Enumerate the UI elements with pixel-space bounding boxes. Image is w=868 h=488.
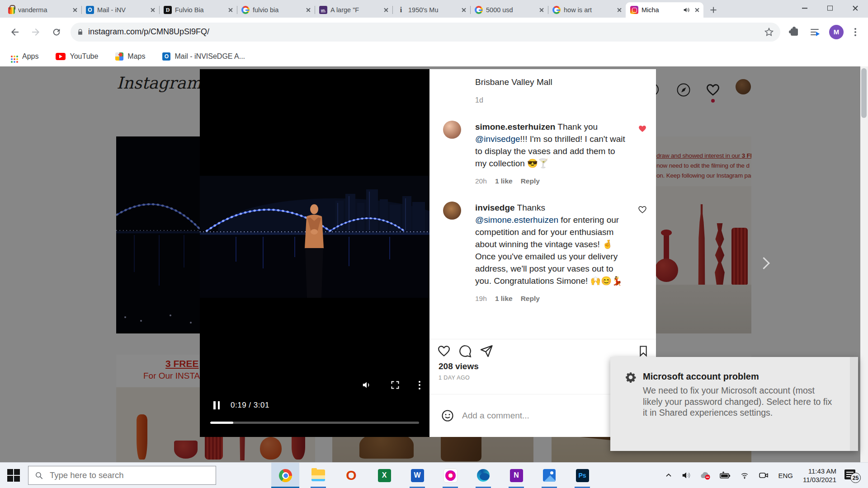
padlock-icon (77, 28, 84, 36)
tab-google-5000usd[interactable]: 5000 usd (470, 2, 548, 18)
tray-language[interactable]: ENG (778, 472, 793, 479)
page-scrollbar[interactable] (860, 66, 868, 462)
bookmark-mail[interactable]: OMail - iNVISeDGE A... (162, 52, 245, 61)
bookmark-maps[interactable]: Maps (115, 52, 145, 61)
comment-likes[interactable]: 1 like (495, 177, 513, 185)
comment-username[interactable]: simone.esterhuizen (475, 122, 555, 131)
bookmark-star-icon[interactable] (764, 27, 774, 37)
taskbar-word[interactable]: W (403, 463, 431, 488)
tray-chevron-icon[interactable] (664, 471, 673, 480)
avatar-invisedge[interactable] (443, 202, 461, 220)
taskbar-photoshop[interactable]: Ps (568, 463, 596, 488)
taskbar-onenote[interactable]: N (502, 463, 530, 488)
tab-close-icon[interactable] (304, 6, 312, 14)
comment-like-heart-filled[interactable] (638, 124, 647, 133)
tray-meetnow-icon[interactable] (758, 471, 769, 480)
profile-avatar[interactable]: M (829, 25, 844, 39)
tray-battery-icon[interactable] (719, 471, 731, 480)
avatar-simone[interactable] (443, 121, 461, 139)
tray-volume-icon[interactable] (681, 470, 691, 480)
tab-google-howisart[interactable]: how is art (548, 2, 626, 18)
start-button[interactable] (7, 469, 20, 482)
taskbar-excel[interactable]: X (370, 463, 398, 488)
comment-reply-button[interactable]: Reply (521, 177, 540, 185)
browser-menu-icon[interactable] (851, 24, 860, 40)
tab-close-icon[interactable] (538, 6, 545, 14)
caption-age: 1d (475, 96, 656, 104)
volume-icon[interactable] (362, 380, 372, 390)
taskbar-itunes[interactable]: ♪ (436, 463, 464, 488)
mention-link[interactable]: @simone.esterhuizen (475, 215, 558, 225)
tab-instagram-active[interactable]: Micha (626, 2, 703, 18)
tab-close-icon[interactable] (71, 6, 79, 14)
extensions-puzzle-icon[interactable] (787, 24, 802, 40)
pause-button[interactable] (213, 401, 221, 409)
comment-like-heart-outline[interactable] (638, 205, 647, 214)
tab-mail[interactable]: O Mail - iNV (81, 2, 159, 18)
taskbar-office[interactable]: O (337, 463, 365, 488)
forward-button[interactable] (28, 24, 43, 40)
tray-onedrive-icon[interactable] (699, 470, 711, 480)
share-plane-icon[interactable] (480, 344, 493, 358)
taskbar-edge[interactable] (469, 463, 497, 488)
bookmark-apps[interactable]: Apps (10, 52, 38, 61)
save-bookmark-icon[interactable] (637, 344, 650, 358)
apps-grid-icon (11, 56, 13, 57)
taskbar-chrome[interactable] (271, 463, 299, 488)
tab-fulvio-bianconi[interactable]: D Fulvio Bia (159, 2, 237, 18)
tab-audio-icon[interactable] (683, 6, 690, 14)
back-button[interactable] (7, 24, 23, 40)
notification-body[interactable]: We need to fix your Microsoft account (m… (643, 385, 835, 418)
tray-clock[interactable]: 11:43 AM 11/03/2021 (803, 467, 836, 484)
video-progress-bar[interactable] (210, 422, 419, 424)
media-controls-icon[interactable] (807, 24, 823, 40)
reload-button[interactable] (49, 24, 64, 40)
google-favicon (241, 6, 250, 14)
taskbar-file-explorer[interactable] (304, 463, 332, 488)
comment-meta: 20h 1 like Reply (475, 177, 656, 185)
comment-username[interactable]: invisedge (475, 203, 515, 212)
video-progress-fill (210, 422, 233, 424)
new-tab-button[interactable] (707, 4, 720, 16)
tab-a-large[interactable]: un. A large "F (315, 2, 392, 18)
tab-close-icon[interactable] (382, 6, 390, 14)
add-comment-placeholder[interactable]: Add a comment... (462, 411, 529, 421)
tab-close-icon[interactable] (226, 6, 234, 14)
tab-close-icon[interactable] (615, 6, 623, 14)
video-frame-bridge-scene (200, 176, 429, 298)
tab-google-fulvio[interactable]: fulvio bia (237, 2, 315, 18)
taskbar-photos[interactable] (535, 463, 563, 488)
outlook-favicon: O (86, 6, 94, 14)
tab-close-icon[interactable] (149, 6, 156, 14)
video-player[interactable]: 0:19 / 3:01 (200, 69, 429, 437)
fullscreen-icon[interactable] (391, 380, 400, 389)
action-center-icon[interactable]: 25 (844, 469, 858, 481)
bookmark-label: Maps (127, 52, 145, 61)
video-controls: 0:19 / 3:01 (200, 397, 429, 413)
tab-close-icon[interactable] (460, 6, 467, 14)
mention-link[interactable]: @invisedge (475, 134, 520, 144)
next-post-chevron[interactable] (758, 257, 771, 271)
comment-bubble-icon[interactable] (458, 344, 472, 358)
like-heart-icon[interactable] (437, 344, 451, 358)
window-maximize-button[interactable] (817, 0, 843, 16)
scrollbar-thumb[interactable] (861, 68, 867, 118)
windows-notification[interactable]: Microsoft account problem We need to fix… (610, 357, 858, 451)
tab-close-icon[interactable] (693, 6, 701, 14)
emoji-smiley-icon[interactable] (441, 409, 454, 422)
video-menu-icon[interactable] (419, 381, 420, 389)
window-minimize-button[interactable] (792, 0, 817, 16)
comment-reply-button[interactable]: Reply (521, 295, 540, 303)
window-close-button[interactable] (843, 0, 868, 16)
search-input[interactable] (49, 470, 195, 481)
system-tray: ENG 11:43 AM 11/03/2021 25 (660, 463, 864, 488)
comment-likes[interactable]: 1 like (495, 295, 513, 303)
post-modal: 0:19 / 3:01 Brisbane Valley Mall 1d (200, 69, 656, 437)
taskbar-search[interactable] (28, 466, 216, 485)
address-bar[interactable]: instagram.com/p/CMN8UpSl9FQ/ (71, 23, 780, 42)
bookmark-youtube[interactable]: YouTube (56, 52, 98, 61)
tab-1950s[interactable]: i 1950's Mu (392, 2, 470, 18)
comments-scroll-area[interactable]: Brisbane Valley Mall 1d simone.esterhuiz… (429, 69, 656, 339)
tab-vandermast[interactable]: vanderma (4, 2, 81, 18)
tray-wifi-icon[interactable] (739, 471, 750, 480)
